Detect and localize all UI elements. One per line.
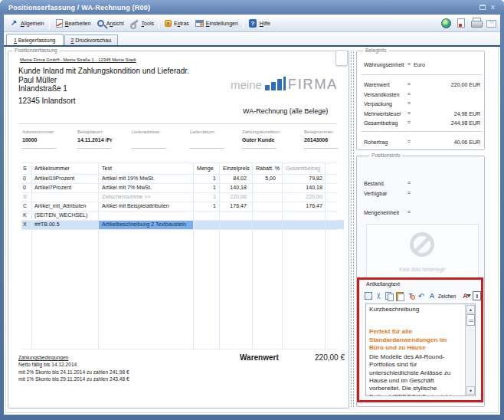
column-header-text[interactable]: Text [98, 163, 193, 174]
grid-line-horizontal [21, 202, 338, 202]
settings-window-icon [195, 20, 204, 27]
cell-artikelnummer: ##TB.00.5 [31, 220, 98, 229]
table-row[interactable]: 0Artikel19ProzentArtikel mit 19% MwSt.18… [21, 174, 344, 183]
field-value: 14.11.2014 /Fr [77, 137, 113, 143]
logo-word-2: FIRMA [288, 78, 338, 91]
positionsinfo-row: Verfügbar= [357, 191, 484, 199]
document-title: WA-Rechnung (alle Belege) [243, 107, 328, 115]
column-header-gesamtbetrag[interactable]: Gesamtbetrag [282, 163, 325, 174]
titlebar: Positionserfassung / WA-Rechnung (R00) X [2, 1, 502, 14]
column-header-rabatt[interactable]: Rabatt. % [252, 163, 282, 174]
cell-gesamtbetrag: 140,18 [282, 183, 325, 192]
cell-rabatt [252, 211, 282, 220]
tab-2-druckvorschau[interactable]: 2 Druckvorschau [64, 34, 119, 45]
equals-sign: = [407, 190, 411, 195]
field-value: 20143006 [304, 137, 328, 143]
info-value: 244,98 EUR [451, 120, 480, 126]
cell-artikelnummer: Artikel19Prozent [31, 174, 98, 183]
grid-line-horizontal [21, 183, 338, 184]
recipient-line: Inlandstraße 1 [18, 84, 67, 93]
equals-sign: = [407, 81, 411, 87]
column-header-s[interactable]: S [21, 163, 31, 174]
info-label: Mehrwertsteuer [364, 111, 401, 116]
cell-artikelnummer [31, 192, 98, 202]
info-label: Rohertrag [364, 139, 388, 145]
panel-splitter[interactable] [351, 51, 354, 407]
grid-line-vertical [193, 162, 194, 349]
table-row[interactable]: 0Artikel7ProzentArtikel mit 7% MwSt.1140… [21, 183, 344, 192]
wrench-icon [130, 18, 139, 28]
cell-menge [193, 220, 219, 229]
printer-icon[interactable] [471, 18, 481, 28]
logo-word-1: meine [231, 79, 262, 90]
column-header-einzelpreis[interactable]: Einzelpreis [219, 163, 252, 174]
export-document-icon[interactable] [457, 18, 465, 28]
tab-1-belegerfassung[interactable]: 1 Belegerfassung [6, 34, 64, 45]
column-header-menge[interactable]: Menge [193, 163, 219, 174]
payment-terms-line: mit 1% Skonto bis 29.11.2014 zu zahlen 2… [18, 376, 129, 382]
cell-text: Zwischensumme >> [98, 192, 193, 202]
menu-item-label: Ansicht [106, 21, 124, 26]
menu-item-tools[interactable]: Tools [127, 17, 157, 29]
table-header: SArtikelnummerTextMengeEinzelpreisRabatt… [21, 163, 344, 174]
beleginfo-row: Warenwert=220,00 EUR [357, 82, 484, 90]
cell-s: X [21, 220, 31, 229]
beleginfo-row: Gesamtbetrag=244,98 EUR [357, 120, 484, 128]
menu-item-ansicht[interactable]: Ansicht [94, 18, 127, 28]
globe-icon[interactable] [441, 18, 451, 28]
table-row[interactable]: CArtikel_mit_AttributenArtikel mit Beisp… [21, 202, 344, 211]
grid-line-vertical [98, 162, 99, 349]
cell-text: Artikelbeschreibung 2 Textbaustein [98, 220, 193, 229]
cell-einzelpreis: 140,18 [219, 183, 252, 192]
field-label: Lieferdatum: [190, 129, 215, 134]
info-label: Warenwert [364, 82, 390, 87]
positionsinfo-row: Mengeneinheit= [357, 210, 484, 218]
beleginfo-row: Rohertrag=40,06 EUR [357, 139, 484, 147]
column-header-artikelnummer[interactable]: Artikelnummer [31, 163, 98, 174]
menu-right-icons [441, 18, 496, 28]
table-row[interactable]: SZwischensumme >>1220,00220,00 [21, 192, 344, 202]
info-value: 220,00 EUR [451, 82, 480, 87]
restore-icon[interactable] [478, 4, 486, 12]
cell-gesamtbetrag [282, 211, 325, 220]
table-row[interactable]: K(SEITEN_WECHSEL) [21, 211, 344, 220]
cell-menge: 1 [193, 192, 219, 202]
cell-text [98, 211, 193, 220]
recipient-line: Kunde Inland mit Zahlungskondition und L… [18, 67, 189, 75]
mail-icon[interactable] [486, 20, 496, 28]
grid-line-horizontal [21, 349, 338, 349]
menu-item-bearbeiten[interactable]: Bearbeiten [51, 18, 94, 29]
payment-terms-line: mit 2% Skonto bis 24.11.2014 zu zahlen 2… [18, 369, 129, 375]
cell-einzelpreis [219, 211, 252, 220]
info-label: Währungseinheit [364, 62, 404, 67]
close-icon[interactable]: X [489, 4, 497, 12]
info-value: 40,06 EUR [454, 139, 480, 145]
menu-item-einstellungen[interactable]: Einstellungen [192, 18, 241, 28]
cell-text: Artikel mit 19% MwSt. [98, 174, 193, 183]
document-scrollbar-thumb[interactable] [335, 50, 348, 66]
menu-item-label: Bearbeiten [65, 21, 91, 26]
menu-item-hilfe[interactable]: ?Hilfe [245, 17, 273, 30]
grid-line-vertical [252, 162, 253, 349]
menu-item-extras[interactable]: Extras [161, 18, 192, 28]
grid-line-horizontal [21, 174, 338, 175]
positionsinfo-row: Bestand= [357, 181, 484, 189]
table-row[interactable]: X##TB.00.5Artikelbeschreibung 2 Textbaus… [21, 220, 344, 229]
magnifier-icon [97, 20, 104, 27]
grid-line-horizontal [21, 211, 338, 212]
arrow-ne-icon: ↗ [9, 18, 18, 28]
beleginfo-row: Mehrwertsteuer=24,98 EUR [357, 111, 484, 119]
menu-separator [159, 18, 159, 29]
cell-s: 0 [21, 183, 31, 192]
menu-item-allgemein[interactable]: ↗Allgemein [6, 17, 47, 29]
cell-s: S [21, 192, 31, 202]
menu-item-label: Einstellungen [206, 21, 238, 26]
equals-sign: = [407, 110, 411, 116]
grid-line-vertical [31, 162, 32, 349]
help-icon: ? [249, 19, 257, 28]
grid-line-vertical [282, 162, 283, 349]
equals-sign: = [407, 61, 411, 67]
annotation-highlight [357, 277, 483, 402]
info-value: Euro [414, 62, 425, 67]
cell-einzelpreis: 220,00 [219, 192, 252, 202]
